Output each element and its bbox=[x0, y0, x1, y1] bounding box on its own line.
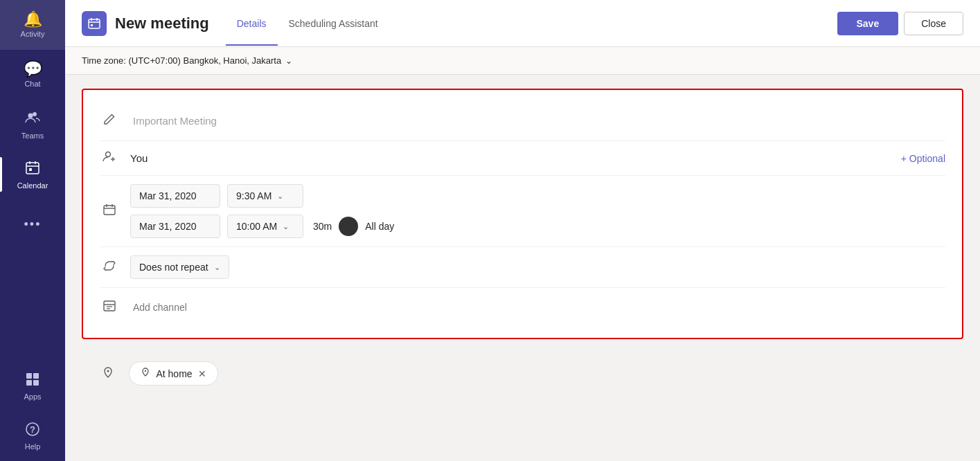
header-actions: Save Close bbox=[837, 12, 964, 35]
allday-label: All day bbox=[365, 221, 394, 232]
activity-icon: 🔔 bbox=[24, 12, 42, 27]
sidebar-label-activity: Activity bbox=[21, 30, 45, 38]
sidebar: 🔔 Activity 💬 Chat Teams Calenda bbox=[0, 0, 65, 461]
repeat-row: Does not repeat ⌄ bbox=[100, 247, 945, 288]
meeting-header-icon bbox=[82, 11, 107, 36]
sidebar-item-help[interactable]: ? Help bbox=[0, 411, 65, 461]
tab-scheduling-assistant[interactable]: Scheduling Assistant bbox=[278, 3, 389, 46]
save-button[interactable]: Save bbox=[837, 12, 899, 35]
page-title: New meeting bbox=[115, 15, 209, 33]
location-chip-icon bbox=[141, 368, 150, 379]
svg-rect-10 bbox=[33, 380, 39, 386]
svg-rect-9 bbox=[26, 380, 32, 386]
sidebar-item-more[interactable]: ••• bbox=[0, 199, 65, 249]
datetime-row: Mar 31, 2020 9:30 AM ⌄ Mar 31, 2020 10:0… bbox=[100, 176, 945, 247]
sidebar-label-apps: Apps bbox=[24, 392, 41, 401]
attendee-you: You bbox=[130, 152, 896, 164]
help-icon: ? bbox=[25, 422, 40, 440]
svg-rect-8 bbox=[33, 373, 39, 379]
sidebar-label-calendar: Calendar bbox=[17, 181, 48, 190]
channel-row bbox=[100, 288, 945, 327]
main-content: New meeting Details Scheduling Assistant… bbox=[65, 0, 980, 461]
sidebar-item-apps[interactable]: Apps bbox=[0, 361, 65, 411]
timezone-bar[interactable]: Time zone: (UTC+07:00) Bangkok, Hanoi, J… bbox=[65, 47, 980, 75]
start-time-select[interactable]: 9:30 AM ⌄ bbox=[227, 184, 303, 208]
repeat-dropdown[interactable]: Does not repeat ⌄ bbox=[130, 255, 229, 279]
svg-rect-7 bbox=[26, 373, 32, 379]
repeat-icon bbox=[100, 259, 119, 276]
sidebar-item-teams[interactable]: Teams bbox=[0, 100, 65, 150]
svg-rect-21 bbox=[104, 206, 115, 215]
svg-point-1 bbox=[28, 114, 33, 118]
sidebar-item-activity[interactable]: 🔔 Activity bbox=[0, 0, 65, 50]
svg-rect-25 bbox=[104, 301, 115, 311]
svg-rect-17 bbox=[91, 24, 93, 26]
edit-icon bbox=[100, 113, 119, 129]
attendees-row: You + Optional bbox=[100, 141, 945, 176]
title-row bbox=[100, 101, 945, 141]
chat-icon: 💬 bbox=[24, 62, 42, 77]
datetime-icon bbox=[100, 203, 119, 220]
start-datetime-line: Mar 31, 2020 9:30 AM ⌄ bbox=[130, 184, 945, 208]
apps-icon bbox=[25, 372, 40, 390]
end-date-input[interactable]: Mar 31, 2020 bbox=[130, 215, 220, 238]
meeting-form-card: You + Optional Mar 31, 2020 bbox=[82, 89, 963, 339]
attendees-field[interactable]: You + Optional bbox=[130, 152, 945, 164]
location-remove-button[interactable]: ✕ bbox=[198, 368, 206, 379]
start-time-value: 9:30 AM bbox=[236, 190, 271, 201]
sidebar-label-teams: Teams bbox=[21, 132, 44, 140]
repeat-chevron-icon: ⌄ bbox=[214, 263, 220, 272]
repeat-value: Does not repeat bbox=[139, 262, 208, 273]
svg-rect-13 bbox=[89, 19, 100, 28]
meeting-title-input[interactable] bbox=[130, 109, 945, 132]
channel-input[interactable] bbox=[130, 296, 945, 318]
teams-icon bbox=[24, 109, 41, 129]
timezone-text: Time zone: (UTC+07:00) Bangkok, Hanoi, J… bbox=[82, 55, 281, 66]
svg-point-29 bbox=[107, 370, 109, 372]
end-datetime-line: Mar 31, 2020 10:00 AM ⌄ 30m All day bbox=[130, 215, 945, 238]
start-time-chevron-icon: ⌄ bbox=[277, 192, 283, 201]
sidebar-item-chat[interactable]: 💬 Chat bbox=[0, 50, 65, 100]
sidebar-label-chat: Chat bbox=[24, 80, 40, 88]
location-chip[interactable]: At home ✕ bbox=[129, 361, 217, 386]
timezone-chevron-icon: ⌄ bbox=[285, 56, 292, 66]
svg-point-18 bbox=[106, 152, 111, 157]
location-row-icon bbox=[98, 366, 118, 382]
sidebar-label-help: Help bbox=[25, 442, 41, 451]
end-time-value: 10:00 AM bbox=[236, 221, 277, 232]
optional-button[interactable]: + Optional bbox=[901, 153, 945, 164]
location-value: At home bbox=[156, 368, 192, 379]
end-time-select[interactable]: 10:00 AM ⌄ bbox=[227, 215, 303, 238]
calendar-icon bbox=[24, 159, 41, 179]
header: New meeting Details Scheduling Assistant… bbox=[65, 0, 980, 47]
start-date-input[interactable]: Mar 31, 2020 bbox=[130, 184, 220, 208]
duration-label: 30m bbox=[313, 221, 332, 232]
svg-text:?: ? bbox=[30, 424, 35, 435]
svg-rect-2 bbox=[26, 163, 39, 174]
tab-details[interactable]: Details bbox=[226, 3, 278, 46]
header-tabs: Details Scheduling Assistant bbox=[226, 2, 389, 45]
close-button[interactable]: Close bbox=[904, 12, 963, 35]
allday-toggle[interactable] bbox=[339, 217, 358, 236]
end-time-chevron-icon: ⌄ bbox=[283, 222, 289, 231]
form-area: You + Optional Mar 31, 2020 bbox=[65, 75, 980, 461]
datetime-section: Mar 31, 2020 9:30 AM ⌄ Mar 31, 2020 10:0… bbox=[130, 184, 945, 238]
location-area: At home ✕ bbox=[82, 350, 963, 397]
sidebar-item-calendar[interactable]: Calendar bbox=[0, 150, 65, 199]
more-icon: ••• bbox=[24, 217, 42, 232]
svg-point-30 bbox=[145, 370, 146, 372]
add-attendee-icon bbox=[100, 150, 119, 167]
svg-point-0 bbox=[33, 112, 37, 116]
channel-icon bbox=[100, 299, 119, 316]
svg-rect-6 bbox=[29, 168, 32, 171]
